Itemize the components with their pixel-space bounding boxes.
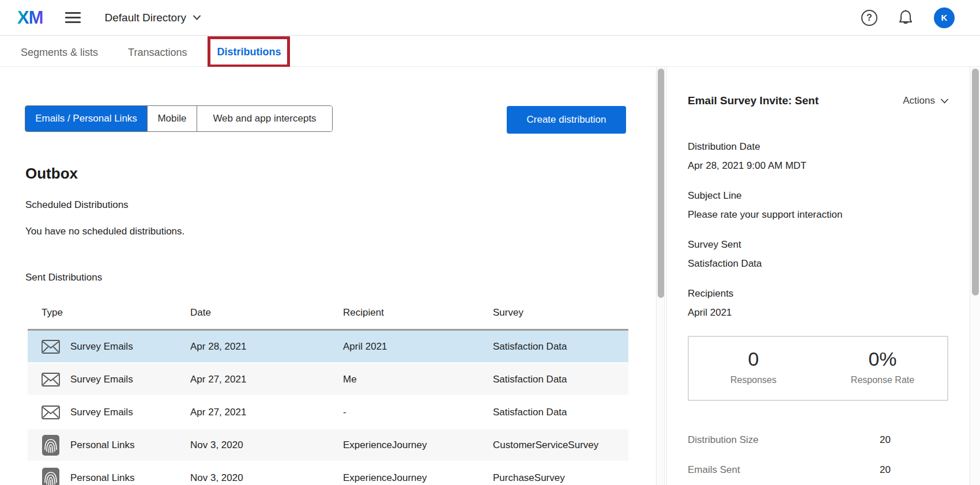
tab-bar: Segments & lists Transactions Distributi… <box>0 36 980 67</box>
row-survey: Satisfaction Data <box>493 407 628 418</box>
detail-field: Recipients April 2021 <box>688 287 948 320</box>
stat-cell: 0% Response Rate <box>818 347 947 400</box>
stat-value: 0% <box>818 347 947 370</box>
row-type: Survey Emails <box>70 341 133 353</box>
envelope-icon <box>42 406 60 419</box>
row-type: Survey Emails <box>70 374 133 385</box>
panel-scrollbar <box>970 67 980 485</box>
hamburger-menu-icon[interactable] <box>65 12 81 23</box>
tab-segments-and-lists[interactable]: Segments & lists <box>21 36 98 66</box>
tab-transactions[interactable]: Transactions <box>128 36 187 66</box>
row-date: Nov 3, 2020 <box>190 439 343 451</box>
top-bar: XM Default Directory ? K <box>0 0 980 36</box>
panel-scrollbar-thumb[interactable] <box>972 69 979 295</box>
field-value: April 2021 <box>688 306 948 320</box>
field-value: Satisfaction Data <box>688 257 948 271</box>
metric-row: Distribution Size 20 <box>688 433 891 447</box>
row-type: Personal Links <box>70 472 135 484</box>
qualtrics-directory-app: XM Default Directory ? K Segments & list… <box>0 0 980 485</box>
field-label: Survey Sent <box>688 238 948 252</box>
main-scrollbar <box>656 67 665 485</box>
distribution-type-segmented-control: Emails / Personal Links Mobile Web and a… <box>25 105 333 132</box>
bell-icon[interactable] <box>898 10 913 26</box>
row-recipient: Me <box>343 374 493 385</box>
fingerprint-icon <box>42 468 60 485</box>
stat-cell: 0 Responses <box>689 347 818 400</box>
stat-label: Response Rate <box>818 375 947 385</box>
metric-value: 20 <box>880 463 891 477</box>
distribution-metrics: Distribution Size 20 Emails Sent 20 <box>688 433 891 477</box>
metric-label: Emails Sent <box>688 463 740 477</box>
scheduled-distributions-heading: Scheduled Distributions <box>25 199 129 211</box>
detail-field: Subject Line Please rate your support in… <box>688 189 948 222</box>
field-value: Please rate your support interaction <box>688 208 948 222</box>
detail-field: Distribution Date Apr 28, 2021 9:00 AM M… <box>688 140 948 173</box>
row-recipient: ExperienceJourney <box>343 439 493 451</box>
main-content: Emails / Personal Links Mobile Web and a… <box>0 67 656 485</box>
metric-row: Emails Sent 20 <box>688 463 891 477</box>
table-row[interactable]: Survey Emails Apr 28, 2021 April 2021 Sa… <box>28 331 628 362</box>
panel-title: Email Survey Invite: Sent <box>688 93 819 108</box>
field-label: Subject Line <box>688 189 948 203</box>
detail-field: Survey Sent Satisfaction Data <box>688 238 948 271</box>
row-date: Apr 27, 2021 <box>190 407 343 418</box>
tab-distributions[interactable]: Distributions <box>217 36 281 66</box>
table-row[interactable]: Personal Links Nov 3, 2020 ExperienceJou… <box>28 462 628 485</box>
stat-label: Responses <box>689 375 818 385</box>
metric-label: Distribution Size <box>688 433 759 447</box>
row-survey: Satisfaction Data <box>493 374 628 385</box>
response-stats-box: 0 Responses 0% Response Rate <box>688 336 948 401</box>
scheduled-empty-message: You have no scheduled distributions. <box>25 226 184 237</box>
row-recipient: - <box>343 407 493 418</box>
column-header-survey: Survey <box>493 307 628 319</box>
table-body: Survey Emails Apr 28, 2021 April 2021 Sa… <box>28 331 628 485</box>
sent-distributions-table: Type Date Recipient Survey Survey Email <box>28 297 628 485</box>
row-date: Apr 28, 2021 <box>190 341 343 353</box>
table-header-row: Type Date Recipient Survey <box>28 297 628 329</box>
create-distribution-button[interactable]: Create distribution <box>507 106 626 134</box>
directory-dropdown[interactable]: Default Directory <box>105 12 201 24</box>
row-survey: CustomerServiceSurvey <box>493 439 628 451</box>
row-survey: Satisfaction Data <box>493 341 628 353</box>
metric-value: 20 <box>880 433 891 447</box>
segment-mobile[interactable]: Mobile <box>147 106 197 131</box>
outbox-title: Outbox <box>25 165 78 183</box>
row-survey: PurchaseSurvey <box>493 472 628 484</box>
row-type: Personal Links <box>70 439 135 451</box>
avatar[interactable]: K <box>934 7 955 28</box>
help-icon[interactable]: ? <box>861 10 877 26</box>
envelope-icon <box>42 340 60 354</box>
directory-label: Default Directory <box>105 12 187 24</box>
xm-logo: XM <box>17 7 43 28</box>
column-header-type: Type <box>28 307 190 319</box>
segment-emails-personal-links[interactable]: Emails / Personal Links <box>25 106 147 131</box>
table-row[interactable]: Survey Emails Apr 27, 2021 Me Satisfacti… <box>28 363 628 395</box>
envelope-icon <box>42 373 60 387</box>
row-recipient: April 2021 <box>343 341 493 353</box>
sent-distributions-heading: Sent Distributions <box>25 272 102 283</box>
actions-dropdown[interactable]: Actions <box>903 95 948 107</box>
row-type: Survey Emails <box>70 407 133 418</box>
table-row[interactable]: Survey Emails Apr 27, 2021 - Satisfactio… <box>28 396 628 428</box>
row-date: Nov 3, 2020 <box>190 472 343 484</box>
chevron-down-icon <box>941 98 948 104</box>
actions-label: Actions <box>903 95 935 107</box>
table-row[interactable]: Personal Links Nov 3, 2020 ExperienceJou… <box>28 429 628 461</box>
field-value: Apr 28, 2021 9:00 AM MDT <box>688 159 948 173</box>
chevron-down-icon <box>193 15 201 20</box>
row-date: Apr 27, 2021 <box>190 374 343 385</box>
column-header-recipient: Recipient <box>343 307 493 319</box>
field-label: Distribution Date <box>688 140 948 154</box>
column-header-date: Date <box>190 307 343 319</box>
stat-value: 0 <box>689 347 818 370</box>
field-label: Recipients <box>688 287 948 301</box>
row-recipient: ExperienceJourney <box>343 472 493 484</box>
main-scrollbar-thumb[interactable] <box>658 69 664 298</box>
segment-web-and-app-intercepts[interactable]: Web and app intercepts <box>197 106 332 131</box>
distribution-detail-panel: Email Survey Invite: Sent Actions Distri… <box>666 67 970 485</box>
detail-fields: Distribution Date Apr 28, 2021 9:00 AM M… <box>688 140 948 320</box>
fingerprint-icon <box>42 435 60 456</box>
